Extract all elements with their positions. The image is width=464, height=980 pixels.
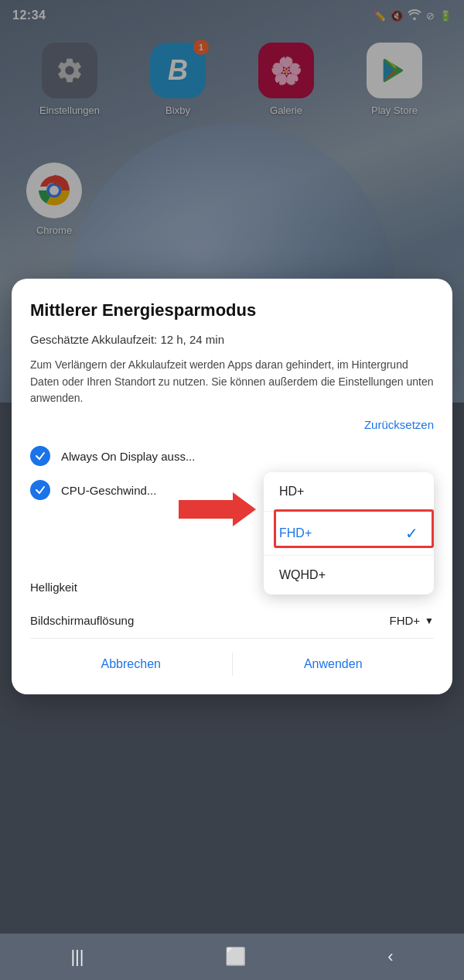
- check-item-aod[interactable]: Always On Display auss...: [30, 446, 434, 466]
- resolution-row[interactable]: Bildschirmauflösung FHD+ ▼: [30, 611, 434, 630]
- cancel-button[interactable]: Abbrechen: [30, 649, 232, 679]
- dropdown-fhd-label: FHD+: [279, 526, 312, 540]
- bildschirm-label: Bildschirmauflösung: [30, 614, 134, 627]
- dropdown-arrow-icon: ▼: [425, 615, 434, 626]
- nav-menu-icon[interactable]: |||: [70, 947, 84, 967]
- resolution-dropdown[interactable]: HD+ FHD+ ✓ WQHD+: [264, 472, 434, 595]
- dropdown-option-fhd[interactable]: FHD+ ✓: [264, 511, 434, 555]
- check-cpu-label: CPU-Geschwind...: [61, 484, 156, 497]
- dialog-desc: Zum Verlängern der Akkulaufzeit werden A…: [30, 357, 434, 407]
- reset-button-wrap[interactable]: Zurücksetzen: [30, 418, 434, 432]
- dialog-title: Mittlerer Energiesparmodus: [30, 300, 434, 320]
- check-aod-icon: [30, 446, 50, 466]
- check-aod-label: Always On Display auss...: [61, 450, 195, 463]
- dropdown-option-hd[interactable]: HD+: [264, 472, 434, 511]
- dialog-battery: Geschätzte Akkulaufzeit: 12 h, 24 min: [30, 333, 434, 346]
- dropdown-fhd-check: ✓: [405, 524, 418, 543]
- dropdown-option-wqhd[interactable]: WQHD+: [264, 555, 434, 595]
- check-cpu-icon: [30, 480, 50, 500]
- dialog-actions: Abbrechen Anwenden: [30, 638, 434, 679]
- nav-home-icon[interactable]: ⬜: [225, 947, 246, 967]
- resolution-current: FHD+: [390, 614, 421, 627]
- helligkeit-label: Helligkeit: [30, 581, 77, 594]
- dropdown-hd-label: HD+: [279, 485, 304, 499]
- resolution-value[interactable]: FHD+ ▼: [390, 614, 434, 627]
- dialog-card: Mittlerer Energiesparmodus Geschätzte Ak…: [12, 279, 452, 694]
- apply-button[interactable]: Anwenden: [233, 649, 435, 679]
- reset-link[interactable]: Zurücksetzen: [364, 418, 434, 431]
- nav-back-icon[interactable]: ‹: [387, 947, 393, 967]
- dropdown-wqhd-label: WQHD+: [279, 568, 326, 582]
- nav-bar: ||| ⬜ ‹: [0, 934, 464, 980]
